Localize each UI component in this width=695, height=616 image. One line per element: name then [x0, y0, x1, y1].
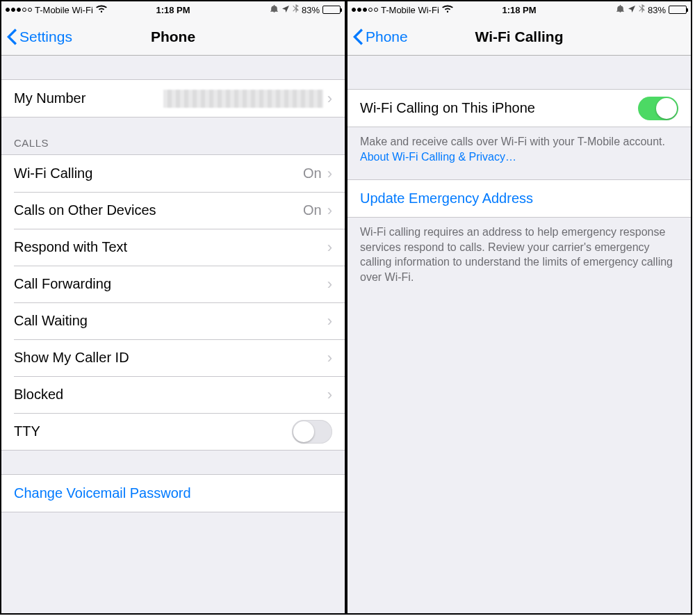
wifi-icon: [96, 5, 107, 15]
signal-strength-icon: [6, 8, 32, 12]
row-my-number[interactable]: My Number ›: [1, 80, 345, 117]
chevron-right-icon: ›: [327, 349, 332, 367]
chevron-right-icon: ›: [327, 238, 332, 257]
chevron-left-icon: [7, 29, 17, 45]
wifi-calling-value: On: [303, 165, 322, 181]
status-bar: T-Mobile Wi-Fi 1:18 PM 83%: [348, 1, 691, 18]
wifi-calling-toggle-label: Wi-Fi Calling on This iPhone: [360, 100, 638, 116]
blocked-label: Blocked: [14, 387, 327, 403]
row-respond-with-text[interactable]: Respond with Text ›: [1, 229, 345, 266]
back-button[interactable]: Phone: [353, 29, 408, 45]
my-number-label: My Number: [14, 90, 163, 106]
emergency-address-description: Wi-Fi calling requires an address to hel…: [348, 218, 691, 294]
wifi-calling-description: Make and receive calls over Wi-Fi with y…: [348, 127, 691, 174]
chevron-right-icon: ›: [327, 202, 332, 220]
change-voicemail-label: Change Voicemail Password: [14, 485, 332, 501]
call-waiting-label: Call Waiting: [14, 313, 327, 329]
tty-label: TTY: [14, 423, 292, 439]
nav-bar: Phone Wi-Fi Calling: [348, 18, 691, 56]
battery-percent-label: 83%: [302, 5, 320, 15]
carrier-label: T-Mobile Wi-Fi: [35, 5, 93, 15]
respond-text-label: Respond with Text: [14, 239, 327, 255]
wifi-calling-toggle[interactable]: [638, 97, 678, 120]
chevron-right-icon: ›: [327, 90, 332, 108]
wifi-icon: [442, 5, 453, 15]
about-wifi-calling-link[interactable]: About Wi-Fi Calling & Privacy…: [360, 151, 516, 163]
chevron-right-icon: ›: [327, 165, 332, 183]
clock-label: 1:18 PM: [502, 5, 536, 15]
screen-phone-settings: T-Mobile Wi-Fi 1:18 PM 83% Settings Phon…: [0, 0, 346, 615]
signal-strength-icon: [352, 8, 378, 12]
back-button[interactable]: Settings: [7, 29, 72, 45]
nav-bar: Settings Phone: [1, 18, 345, 56]
bluetooth-icon: [639, 4, 645, 16]
wifi-calling-label: Wi-Fi Calling: [14, 165, 303, 181]
row-wifi-calling-toggle: Wi-Fi Calling on This iPhone: [348, 90, 691, 127]
chevron-right-icon: ›: [327, 275, 332, 293]
call-forwarding-label: Call Forwarding: [14, 276, 327, 292]
carrier-label: T-Mobile Wi-Fi: [381, 5, 439, 15]
chevron-right-icon: ›: [327, 386, 332, 404]
location-icon: [628, 5, 636, 15]
calls-section-header: CALLS: [1, 117, 345, 154]
tty-toggle[interactable]: [292, 420, 332, 444]
chevron-left-icon: [353, 29, 363, 45]
bluetooth-icon: [293, 4, 299, 16]
row-call-forwarding[interactable]: Call Forwarding ›: [1, 266, 345, 302]
alarm-icon: [270, 4, 279, 15]
battery-icon: [322, 6, 341, 14]
chevron-right-icon: ›: [327, 312, 332, 330]
my-number-value-redacted: [163, 90, 323, 108]
row-show-caller-id[interactable]: Show My Caller ID ›: [1, 339, 345, 376]
row-wifi-calling[interactable]: Wi-Fi Calling On ›: [1, 155, 345, 192]
battery-icon: [669, 6, 687, 14]
footer-text: Make and receive calls over Wi-Fi with y…: [360, 136, 665, 147]
screen-wifi-calling: T-Mobile Wi-Fi 1:18 PM 83% Phone Wi-Fi C…: [346, 0, 692, 615]
row-calls-other-devices[interactable]: Calls on Other Devices On ›: [1, 192, 345, 229]
alarm-icon: [616, 4, 625, 15]
row-tty: TTY: [1, 413, 345, 450]
back-label: Settings: [19, 29, 72, 45]
row-blocked[interactable]: Blocked ›: [1, 376, 345, 413]
row-change-voicemail-password[interactable]: Change Voicemail Password: [1, 475, 345, 512]
status-bar: T-Mobile Wi-Fi 1:18 PM 83%: [1, 1, 345, 18]
update-emergency-address-label: Update Emergency Address: [360, 191, 678, 206]
battery-percent-label: 83%: [648, 5, 666, 15]
back-label: Phone: [366, 29, 408, 45]
location-icon: [281, 5, 290, 15]
other-devices-value: On: [303, 202, 322, 218]
other-devices-label: Calls on Other Devices: [14, 202, 303, 218]
row-update-emergency-address[interactable]: Update Emergency Address: [348, 180, 691, 217]
clock-label: 1:18 PM: [156, 5, 190, 15]
row-call-waiting[interactable]: Call Waiting ›: [1, 302, 345, 339]
caller-id-label: Show My Caller ID: [14, 350, 327, 366]
